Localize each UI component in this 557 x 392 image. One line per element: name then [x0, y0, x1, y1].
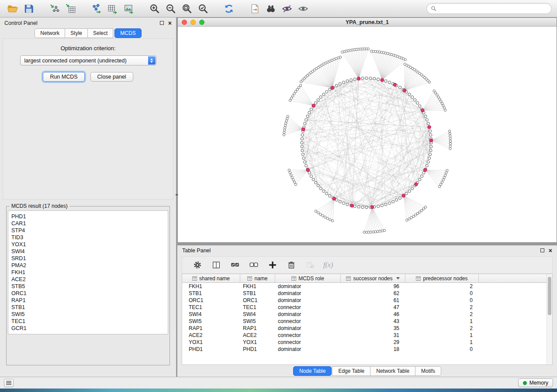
table-row-rap1[interactable]: RAP1RAP1dominator352	[182, 325, 547, 332]
result-node-stb5[interactable]: STB5	[11, 283, 165, 290]
export-image-button[interactable]	[121, 2, 136, 15]
table-row-orc1[interactable]: ORC1ORC1dominator610	[182, 297, 547, 304]
tab-select[interactable]: Select	[88, 28, 113, 38]
import-network-icon	[49, 3, 60, 14]
column-header-shared-name[interactable]: shared name	[182, 274, 240, 282]
main-toolbar	[0, 0, 557, 17]
find-button[interactable]	[263, 2, 278, 15]
table-panel-close-button[interactable]: ×	[549, 248, 552, 254]
zoom-out-button[interactable]	[163, 2, 178, 15]
table-panel: Table Panel × f(x)	[177, 245, 557, 377]
zoom-selected-button[interactable]	[196, 2, 210, 15]
delete-column-button[interactable]	[286, 259, 297, 271]
table-body: FKH1FKH1dominator962STB1STB1dominator620…	[182, 283, 547, 364]
column-type-icon	[291, 276, 296, 281]
tab-motifs[interactable]: Motifs	[415, 366, 441, 376]
tab-edge-table[interactable]: Edge Table	[332, 366, 370, 376]
table-row-swi5[interactable]: SWI5SWI5connector431	[182, 318, 547, 325]
column-type-icon	[247, 276, 252, 281]
network-window-title: YPA_prune.txt_1	[346, 19, 389, 25]
column-type-icon	[346, 276, 351, 281]
tab-style[interactable]: Style	[65, 28, 88, 38]
application-window: Control Panel × NetworkStyleSelectMCDS O…	[0, 0, 557, 392]
hide-selection-button[interactable]	[280, 2, 294, 15]
column-header-successor-nodes[interactable]: successor nodes	[341, 274, 405, 282]
result-node-orc1[interactable]: ORC1	[11, 290, 165, 297]
tab-node-table[interactable]: Node Table	[293, 366, 332, 376]
memory-button[interactable]: Memory	[518, 378, 553, 387]
tab-network[interactable]: Network	[35, 28, 65, 38]
columns-icon	[211, 260, 221, 270]
add-column-button[interactable]	[267, 259, 278, 271]
result-node-pma2[interactable]: PMA2	[11, 262, 165, 269]
desktop-wallpaper-strip	[0, 389, 557, 392]
export-table-button[interactable]	[105, 2, 120, 15]
column-header-predecessor-nodes[interactable]: predecessor nodes	[405, 274, 479, 282]
close-panel-button[interactable]: Close panel	[90, 72, 133, 82]
show-columns-button[interactable]	[211, 259, 222, 271]
export-table-icon	[107, 3, 118, 14]
table-scrollbar[interactable]	[547, 274, 552, 364]
window-zoom-icon[interactable]	[199, 20, 204, 25]
table-row-yox1[interactable]: YOX1YOX1connector291	[182, 339, 547, 346]
run-mcds-button[interactable]: Run MCDS	[43, 72, 84, 82]
import-table-icon	[65, 3, 76, 14]
table-settings-button[interactable]	[192, 259, 203, 271]
result-node-yox1[interactable]: YOX1	[11, 241, 165, 248]
result-node-phd1[interactable]: PHD1	[11, 213, 165, 220]
criterion-select[interactable]: largest connected component (undirected)	[20, 55, 156, 65]
table-scrollbar-thumb[interactable]	[548, 277, 551, 315]
result-node-fkh1[interactable]: FKH1	[11, 269, 165, 276]
save-button[interactable]	[21, 2, 36, 15]
view-group	[247, 2, 310, 15]
open-file-button[interactable]	[5, 2, 20, 15]
result-node-ace2[interactable]: ACE2	[11, 276, 165, 283]
table-row-ace2[interactable]: ACE2ACE2connector311	[182, 332, 547, 339]
result-node-tid3[interactable]: TID3	[11, 234, 165, 241]
import-table-button[interactable]	[63, 2, 78, 15]
refresh-layout-button[interactable]	[221, 2, 236, 15]
tab-network-table[interactable]: Network Table	[370, 366, 415, 376]
column-header-name[interactable]: name	[240, 274, 275, 282]
zoom-fit-button[interactable]	[180, 2, 194, 15]
select-all-button[interactable]	[229, 259, 241, 271]
table-panel-float-button[interactable]	[540, 248, 544, 252]
result-node-car1[interactable]: CAR1	[11, 220, 165, 227]
zoom-group	[147, 2, 210, 15]
node-table: shared namenameMCDS rolesuccessor nodesp…	[182, 274, 553, 365]
table-row-fkh1[interactable]: FKH1FKH1dominator962	[182, 283, 547, 290]
table-row-stb1[interactable]: STB1STB1dominator620	[182, 290, 547, 297]
window-minimize-icon[interactable]	[190, 20, 196, 25]
task-history-button[interactable]	[4, 379, 14, 387]
deselect-all-button[interactable]	[248, 259, 259, 271]
result-node-stp4[interactable]: STP4	[11, 227, 165, 234]
mcds-result-list[interactable]: PHD1CAR1STP4TID3YOX1SWI4SRD1PMA2FKH1ACE2…	[8, 210, 168, 334]
control-panel-float-button[interactable]	[160, 21, 164, 25]
tab-mcds[interactable]: MCDS	[114, 28, 141, 38]
result-node-rap1[interactable]: RAP1	[11, 297, 165, 304]
table-row-phd1[interactable]: PHD1PHD1dominator180	[182, 346, 547, 353]
result-node-swi5[interactable]: SWI5	[11, 311, 165, 318]
search-input[interactable]	[439, 6, 547, 12]
table-row-tec1[interactable]: TEC1TEC1connector472	[182, 304, 547, 311]
export-network-button[interactable]	[89, 2, 104, 15]
vertical-splitter[interactable]: ◂▸	[176, 17, 177, 377]
control-panel-close-button[interactable]: ×	[168, 20, 172, 26]
column-header-mcds-role[interactable]: MCDS role	[275, 274, 341, 282]
zoom-in-button[interactable]	[147, 2, 162, 15]
zoom-fit-icon	[181, 3, 193, 14]
copy-document-button[interactable]	[247, 2, 262, 15]
network-canvas[interactable]	[178, 27, 557, 242]
window-close-icon[interactable]	[182, 20, 187, 25]
result-node-gcr1[interactable]: GCR1	[11, 325, 165, 332]
import-network-button[interactable]	[47, 2, 62, 15]
table-row-swi4[interactable]: SWI4SWI4dominator462	[182, 311, 547, 318]
result-node-tec1[interactable]: TEC1	[11, 318, 165, 325]
checked-boxes-icon	[230, 260, 240, 270]
memory-label: Memory	[529, 380, 548, 386]
result-node-swi4[interactable]: SWI4	[11, 248, 165, 255]
splitter-collapse-icon[interactable]: ◂▸	[175, 193, 178, 196]
result-node-stb1[interactable]: STB1	[11, 304, 165, 311]
show-all-button[interactable]	[296, 2, 310, 15]
result-node-srd1[interactable]: SRD1	[11, 255, 165, 262]
